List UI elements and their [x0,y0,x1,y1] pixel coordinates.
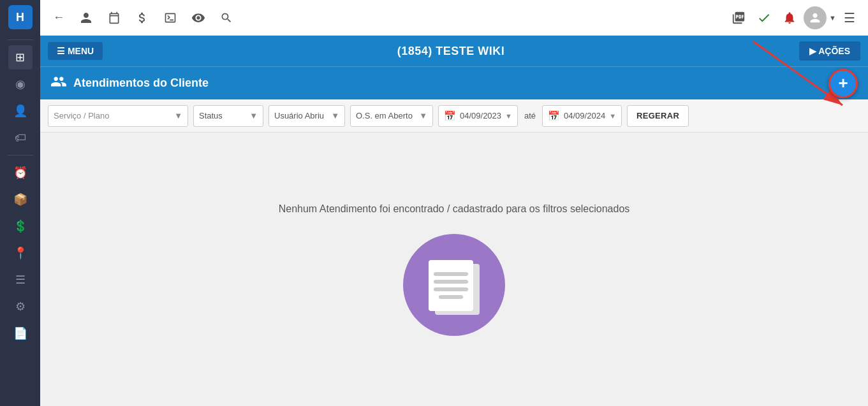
date-to-dropdown-icon: ▼ [609,112,616,120]
user-dropdown-arrow[interactable]: ▼ [829,14,836,22]
filters-bar: Serviço / Plano ▼ Status ▼ Usuário Abriu… [40,99,868,133]
service-plan-filter[interactable]: Serviço / Plano ▼ [48,105,188,127]
bell-icon[interactable] [778,6,801,29]
empty-state-icon [403,234,505,336]
menu-button[interactable]: ☰ MENU [48,42,103,60]
document-icon [429,254,480,315]
sidebar-item-documents[interactable]: 📄 [8,321,33,345]
top-bar: ← [40,0,868,36]
doc-line-3 [434,287,468,291]
app-logo[interactable]: H [8,5,33,29]
calendar-to-icon: 📅 [548,110,560,122]
sidebar-item-finance[interactable]: 💲 [8,214,33,238]
usuario-label: Usuário Abriu [274,111,328,120]
date-to-value: 04/09/2024 [564,111,605,120]
date-to-filter[interactable]: 📅 04/09/2024 ▼ [542,105,622,127]
service-plan-label: Serviço / Plano [54,111,172,120]
main-area: ← [40,0,868,406]
sidebar-item-tags[interactable]: 🏷 [8,126,33,150]
sidebar-item-contacts[interactable]: 👤 [8,99,33,123]
date-separator: até [523,111,537,120]
sidebar-item-settings[interactable]: ⚙ [8,294,33,319]
sidebar-item-schedule[interactable]: ⏰ [8,161,33,185]
section-icon [50,73,67,94]
date-from-filter[interactable]: 📅 04/09/2023 ▼ [438,105,518,127]
service-plan-dropdown-icon: ▼ [174,111,182,120]
status-label: Status [199,111,247,120]
hamburger-menu-icon[interactable]: ☰ [839,8,860,28]
check-icon[interactable] [753,6,776,29]
doc-line-1 [434,272,468,276]
date-from-value: 04/09/2023 [460,111,501,120]
sidebar-item-circle[interactable]: ◉ [8,72,33,96]
doc-line-2 [434,280,468,284]
add-button[interactable]: + [828,69,858,98]
doc-line-4 [439,295,463,299]
terminal-icon[interactable] [159,6,182,29]
os-dropdown-icon: ▼ [419,111,427,120]
os-label: O.S. em Aberto [356,111,416,120]
back-button[interactable]: ← [48,8,70,27]
search-icon[interactable] [215,6,238,29]
top-bar-right-icons: ▼ ☰ [727,6,860,29]
empty-message: Nenhum Atendimento foi encontrado / cada… [279,203,630,215]
sidebar: H ⊞ ◉ 👤 🏷 ⏰ 📦 💲 📍 ☰ ⚙ 📄 [0,0,40,406]
dollar-icon[interactable] [131,6,154,29]
acoes-button[interactable]: ▶ AÇÕES [799,41,860,61]
calendar-icon[interactable] [103,6,126,29]
sidebar-item-list[interactable]: ☰ [8,268,33,292]
page-title: (1854) TESTE WIKI [103,45,799,58]
sidebar-item-packages[interactable]: 📦 [8,187,33,212]
doc-front-layer [429,260,473,311]
person-icon[interactable] [75,6,98,29]
calendar-from-icon: 📅 [444,110,456,122]
pdf-icon[interactable] [727,6,750,29]
content-area: Nenhum Atendimento foi encontrado / cada… [40,133,868,406]
usuario-dropdown-icon: ▼ [331,111,339,120]
user-avatar[interactable] [804,6,827,29]
os-filter[interactable]: O.S. em Aberto ▼ [350,105,433,127]
section-title: Atendimentos do Cliente [73,76,209,90]
sidebar-separator-2 [8,155,33,156]
regerar-button[interactable]: REGERAR [627,105,689,127]
eye-icon[interactable] [187,6,210,29]
sidebar-separator-1 [8,40,33,40]
sidebar-item-dashboard[interactable]: ⊞ [8,45,33,69]
date-from-dropdown-icon: ▼ [505,112,512,120]
sidebar-item-location[interactable]: 📍 [8,241,33,265]
usuario-filter[interactable]: Usuário Abriu ▼ [268,105,345,127]
status-filter[interactable]: Status ▼ [193,105,263,127]
status-dropdown-icon: ▼ [249,111,258,120]
blue-header-bar: ☰ MENU (1854) TESTE WIKI ▶ AÇÕES [40,36,868,66]
section-header: Atendimentos do Cliente + [40,66,868,99]
